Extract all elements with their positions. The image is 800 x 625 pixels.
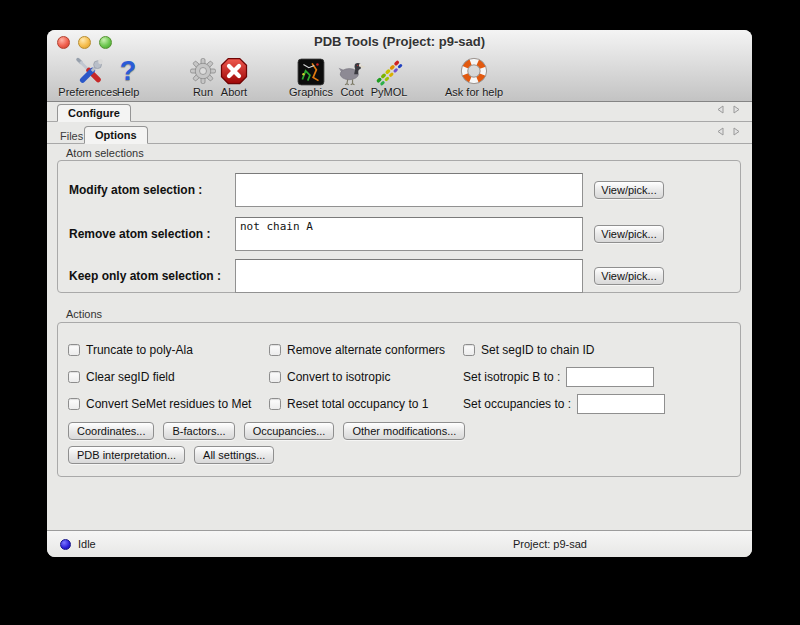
- remove-selection-label: Remove atom selection :: [69, 227, 210, 241]
- checkbox-set-segid-to-chain-id[interactable]: Set segID to chain ID: [463, 343, 594, 357]
- toolbar-label: Ask for help: [445, 86, 503, 98]
- tab-options[interactable]: Options: [84, 126, 148, 144]
- coot-icon: [337, 53, 367, 86]
- status-text: Idle: [78, 538, 96, 550]
- preferences-icon: [58, 53, 117, 86]
- group-atom-selections: Modify atom selection : View/pick... Rem…: [57, 160, 741, 293]
- tab-configure[interactable]: Configure: [57, 104, 131, 122]
- modify-selection-label: Modify atom selection :: [69, 183, 202, 197]
- tab-scroll-left-icon[interactable]: [717, 100, 724, 118]
- checkbox-box[interactable]: [269, 398, 281, 410]
- tab-scroll-right-icon[interactable]: [733, 100, 740, 118]
- tab-label: Options: [95, 129, 137, 141]
- primary-tab-bar: Configure: [47, 103, 752, 122]
- tab-label: Configure: [68, 107, 120, 119]
- graphics-icon: [289, 53, 333, 86]
- toolbar-button-coot[interactable]: Coot: [337, 53, 367, 98]
- checkbox-box[interactable]: [68, 398, 80, 410]
- project-label: Project: p9-sad: [513, 538, 587, 550]
- checkbox-label: Convert to isotropic: [287, 370, 390, 384]
- remove-selection-input[interactable]: [235, 217, 583, 251]
- group-title-atom-selections: Atom selections: [66, 147, 144, 159]
- checkbox-box[interactable]: [269, 371, 281, 383]
- checkbox-box[interactable]: [463, 344, 475, 356]
- checkbox-label: Remove alternate conformers: [287, 343, 445, 357]
- toolbar-button-preferences[interactable]: Preferences: [58, 53, 117, 98]
- checkbox-remove-alternate-conformers[interactable]: Remove alternate conformers: [269, 343, 445, 357]
- toolbar-label: Coot: [337, 86, 367, 98]
- group-actions: Truncate to poly-Ala Remove alternate co…: [57, 322, 741, 477]
- other-modifications-button[interactable]: Other modifications...: [343, 422, 465, 440]
- toolbar-label: Preferences: [58, 86, 117, 98]
- b-factors-button[interactable]: B-factors...: [163, 422, 234, 440]
- checkbox-label: Clear segID field: [86, 370, 175, 384]
- toolbar-label: Run: [188, 86, 218, 98]
- help-icon: ?: [117, 53, 140, 86]
- checkbox-clear-segid-field[interactable]: Clear segID field: [68, 370, 175, 384]
- toolbar-label: Abort: [219, 86, 249, 98]
- tab-divider: [47, 143, 752, 144]
- window-title: PDB Tools (Project: p9-sad): [47, 34, 752, 49]
- status-indicator-icon: [60, 539, 71, 550]
- set-occupancies-label: Set occupancies to :: [463, 397, 571, 411]
- checkbox-convert-semet-to-met[interactable]: Convert SeMet residues to Met: [68, 397, 251, 411]
- toolbar-button-graphics[interactable]: Graphics: [289, 53, 333, 98]
- keep-only-selection-input[interactable]: [235, 259, 583, 293]
- toolbar-label: Graphics: [289, 86, 333, 98]
- toolbar-button-ask-for-help[interactable]: Ask for help: [445, 53, 503, 98]
- checkbox-label: Set segID to chain ID: [481, 343, 594, 357]
- keep-only-selection-label: Keep only atom selection :: [69, 269, 221, 283]
- modify-selection-input[interactable]: [235, 173, 583, 207]
- pymol-icon: [371, 53, 408, 86]
- toolbar-button-run[interactable]: Run: [188, 53, 218, 98]
- set-occupancies-input[interactable]: [577, 394, 665, 414]
- checkbox-box[interactable]: [269, 344, 281, 356]
- checkbox-truncate-to-poly-ala[interactable]: Truncate to poly-Ala: [68, 343, 193, 357]
- checkbox-box[interactable]: [68, 344, 80, 356]
- checkbox-box[interactable]: [68, 371, 80, 383]
- tab-scroll-left-icon[interactable]: [717, 122, 724, 140]
- set-occupancies-field: Set occupancies to :: [463, 394, 665, 414]
- occupancies-button[interactable]: Occupancies...: [244, 422, 335, 440]
- checkbox-label: Convert SeMet residues to Met: [86, 397, 251, 411]
- window-header: PDB Tools (Project: p9-sad) Preferences …: [47, 30, 752, 102]
- checkbox-label: Reset total occupancy to 1: [287, 397, 428, 411]
- tab-scroll-right-icon[interactable]: [733, 122, 740, 140]
- set-isotropic-b-input[interactable]: [566, 367, 654, 387]
- checkbox-convert-to-isotropic[interactable]: Convert to isotropic: [269, 370, 390, 384]
- status-bar: Idle Project: p9-sad: [47, 530, 752, 557]
- secondary-tab-bar: Files Options: [47, 125, 752, 144]
- run-icon: [188, 53, 218, 86]
- set-isotropic-b-label: Set isotropic B to :: [463, 370, 560, 384]
- coordinates-button[interactable]: Coordinates...: [68, 422, 154, 440]
- pdb-interpretation-button[interactable]: PDB interpretation...: [68, 446, 185, 464]
- checkbox-reset-total-occupancy[interactable]: Reset total occupancy to 1: [269, 397, 428, 411]
- view-pick-button-remove[interactable]: View/pick...: [594, 225, 664, 243]
- view-pick-button-modify[interactable]: View/pick...: [594, 181, 664, 199]
- view-pick-button-keep-only[interactable]: View/pick...: [594, 267, 664, 285]
- toolbar-button-abort[interactable]: Abort: [219, 53, 249, 98]
- checkbox-label: Truncate to poly-Ala: [86, 343, 193, 357]
- group-title-actions: Actions: [66, 308, 102, 320]
- toolbar-label: PyMOL: [371, 86, 408, 98]
- app-window: PDB Tools (Project: p9-sad) Preferences …: [47, 30, 752, 557]
- toolbar-button-pymol[interactable]: PyMOL: [371, 53, 408, 98]
- tab-divider: [47, 121, 752, 122]
- abort-icon: [219, 53, 249, 86]
- toolbar-label: Help: [117, 86, 140, 98]
- set-isotropic-b-field: Set isotropic B to :: [463, 367, 654, 387]
- toolbar-button-help[interactable]: ? Help: [117, 53, 140, 98]
- ask-for-help-icon: [445, 53, 503, 86]
- all-settings-button[interactable]: All settings...: [194, 446, 274, 464]
